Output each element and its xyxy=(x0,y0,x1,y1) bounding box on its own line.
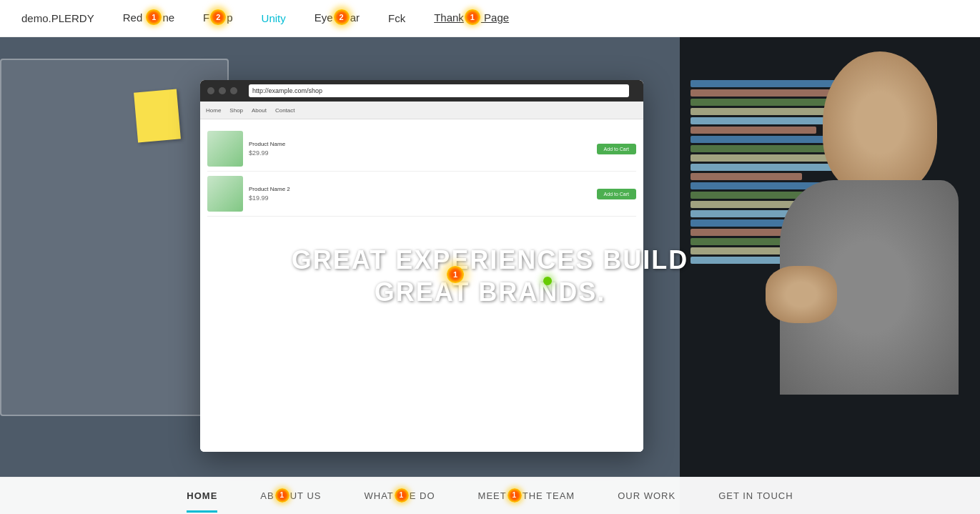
bottom-nav-what-we-do[interactable]: WHAT1E DO xyxy=(364,489,435,503)
screen-site-nav: Home Shop About Contact xyxy=(200,102,643,119)
site-logo: demo.PLERDY xyxy=(21,12,94,24)
code-line xyxy=(691,173,802,180)
left-monitor-decoration xyxy=(0,59,229,416)
screen-dot-3 xyxy=(230,87,237,94)
bottom-navigation: HOME AB1UT US WHAT1E DO MEET1THE TEAM OU… xyxy=(0,477,980,514)
screen-product-image-2 xyxy=(207,176,243,212)
heatmap-badge-meettheteam: 1 xyxy=(508,488,522,503)
yellow-sticky-note xyxy=(134,89,181,143)
screen-nav-about: About xyxy=(252,107,267,114)
code-line xyxy=(691,89,830,97)
screen-add-to-cart-2: Add to Cart xyxy=(597,189,636,199)
nav-item-thankyoupage[interactable]: Thank1 Page xyxy=(434,11,509,26)
heatmap-badge-eyear: 2 xyxy=(334,9,350,25)
screen-browser-bar: http://example.com/shop xyxy=(200,80,643,102)
code-line xyxy=(691,154,844,162)
screen-dot-1 xyxy=(207,87,214,94)
nav-item-eyear[interactable]: Eye2ar xyxy=(315,11,360,26)
screen-dot-2 xyxy=(219,87,226,94)
heatmap-badge-whatwedo: 1 xyxy=(395,488,409,503)
hero-text-container: GREAT EXPERIENCES BUILD GREAT BRANDS. xyxy=(292,244,688,308)
screen-url-bar: http://example.com/shop xyxy=(249,84,629,97)
nav-item-unity[interactable]: Unity xyxy=(262,12,286,24)
heatmap-badge-about: 1 xyxy=(275,488,289,503)
screen-product-row-1: Product Name $29.99 Add to Cart xyxy=(207,127,636,172)
screen-product-title-2: Product Name 2 xyxy=(249,186,591,192)
screen-product-row-2: Product Name 2 $19.99 Add to Cart xyxy=(207,172,636,217)
person-head xyxy=(823,51,937,194)
code-line xyxy=(691,127,816,134)
screen-nav-home: Home xyxy=(206,107,221,114)
screen-nav-contact: Contact xyxy=(275,107,295,114)
nav-item-fck[interactable]: Fck xyxy=(388,12,405,24)
heatmap-badge-redone: 1 xyxy=(146,9,162,25)
screen-product-info-1: Product Name $29.99 xyxy=(249,141,591,157)
person-hand xyxy=(766,266,837,323)
hero-headline: GREAT EXPERIENCES BUILD GREAT BRANDS. xyxy=(292,244,688,308)
heatmap-badge-thankyou: 1 xyxy=(465,9,480,25)
nav-item-fp[interactable]: F2p xyxy=(203,11,233,26)
heatmap-dot-hero: 1 xyxy=(447,266,464,283)
screen-product-price-1: $29.99 xyxy=(249,149,591,157)
screen-product-info-2: Product Name 2 $19.99 xyxy=(249,186,591,202)
screen-product-title-1: Product Name xyxy=(249,141,591,147)
bottom-nav-our-work[interactable]: OUR WORK xyxy=(618,490,675,501)
bottom-nav-home[interactable]: HOME xyxy=(187,490,217,501)
bottom-nav-get-in-touch[interactable]: GET IN TOUCH xyxy=(718,490,793,501)
heatmap-green-dot xyxy=(543,277,552,285)
screen-product-image-1 xyxy=(207,131,243,167)
screen-product-price-2: $19.99 xyxy=(249,194,591,202)
top-navigation: demo.PLERDY Red 1ne F2p Unity Eye2ar Fck… xyxy=(0,0,980,37)
screen-add-to-cart-1: Add to Cart xyxy=(597,144,636,154)
bottom-nav-meet-the-team[interactable]: MEET1THE TEAM xyxy=(478,489,575,503)
screen-nav-shop: Shop xyxy=(229,107,243,114)
hero-section: http://example.com/shop Home Shop About … xyxy=(0,37,980,514)
heatmap-badge-fp: 2 xyxy=(210,9,226,25)
bottom-nav-about[interactable]: AB1UT US xyxy=(260,489,321,503)
nav-item-redone[interactable]: Red 1ne xyxy=(123,11,174,26)
